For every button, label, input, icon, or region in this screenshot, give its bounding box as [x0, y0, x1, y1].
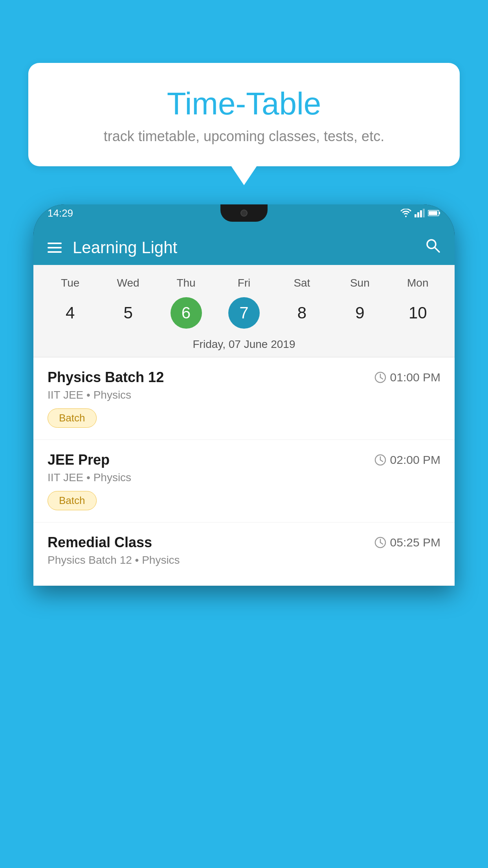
- speech-bubble-subtitle: track timetable, upcoming classes, tests…: [52, 128, 436, 145]
- app-title: Learning Light: [73, 238, 177, 257]
- day-7-selected[interactable]: 7: [228, 297, 260, 329]
- svg-rect-2: [420, 210, 422, 217]
- status-bar: 14:29: [33, 204, 455, 222]
- day-header-mon: Mon: [402, 277, 433, 289]
- svg-rect-5: [439, 212, 440, 214]
- schedule-item-3[interactable]: Remedial Class 05:25 PM Physics Batch 12…: [33, 522, 455, 586]
- schedule-list: Physics Batch 12 01:00 PM IIT JEE • Phys…: [33, 357, 455, 586]
- day-header-sat: Sat: [286, 277, 317, 289]
- day-9[interactable]: 9: [344, 297, 376, 329]
- svg-rect-6: [429, 211, 437, 215]
- schedule-item-3-header: Remedial Class 05:25 PM: [48, 534, 440, 551]
- schedule-item-1-badge: Batch: [48, 408, 97, 428]
- speech-bubble: Time-Table track timetable, upcoming cla…: [28, 63, 460, 166]
- day-header-tue: Tue: [55, 277, 86, 289]
- day-header-sun: Sun: [344, 277, 376, 289]
- clock-icon-1: [374, 371, 386, 383]
- search-button[interactable]: [425, 237, 440, 257]
- schedule-item-3-title: Remedial Class: [48, 534, 152, 551]
- camera-notch: [240, 210, 248, 217]
- day-5[interactable]: 5: [112, 297, 144, 329]
- selected-date-label: Friday, 07 June 2019: [33, 335, 455, 357]
- schedule-item-2[interactable]: JEE Prep 02:00 PM IIT JEE • Physics Batc…: [33, 440, 455, 522]
- svg-line-14: [380, 460, 383, 462]
- status-icons: [400, 209, 440, 217]
- schedule-item-1-subtitle: IIT JEE • Physics: [48, 389, 440, 401]
- svg-line-8: [435, 247, 439, 252]
- schedule-item-2-subtitle: IIT JEE • Physics: [48, 471, 440, 484]
- speech-bubble-title: Time-Table: [52, 86, 436, 121]
- schedule-item-3-time-text: 05:25 PM: [390, 536, 440, 549]
- battery-icon: [428, 210, 440, 217]
- schedule-item-1[interactable]: Physics Batch 12 01:00 PM IIT JEE • Phys…: [33, 357, 455, 440]
- day-10[interactable]: 10: [402, 297, 433, 329]
- svg-rect-0: [415, 214, 416, 217]
- day-numbers: 4 5 6 7 8 9 10: [33, 293, 455, 335]
- svg-line-11: [380, 377, 383, 379]
- phone-mockup: 14:29: [33, 204, 455, 586]
- schedule-item-2-time-text: 02:00 PM: [390, 453, 440, 467]
- schedule-item-3-time: 05:25 PM: [374, 536, 440, 549]
- clock-icon-2: [374, 454, 386, 466]
- day-headers: Tue Wed Thu Fri Sat Sun Mon: [33, 273, 455, 293]
- day-header-fri: Fri: [228, 277, 260, 289]
- schedule-item-1-time-text: 01:00 PM: [390, 371, 440, 384]
- schedule-item-1-header: Physics Batch 12 01:00 PM: [48, 369, 440, 386]
- schedule-item-2-time: 02:00 PM: [374, 453, 440, 467]
- speech-bubble-container: Time-Table track timetable, upcoming cla…: [28, 63, 460, 166]
- schedule-item-2-header: JEE Prep 02:00 PM: [48, 452, 440, 468]
- hamburger-menu-icon[interactable]: [48, 243, 62, 253]
- day-8[interactable]: 8: [286, 297, 317, 329]
- svg-rect-3: [423, 209, 425, 217]
- day-6-today[interactable]: 6: [171, 297, 202, 329]
- day-header-wed: Wed: [112, 277, 144, 289]
- phone-wrapper: 14:29: [33, 204, 455, 868]
- svg-rect-1: [417, 212, 419, 217]
- app-bar: Learning Light: [33, 222, 455, 265]
- day-header-thu: Thu: [171, 277, 202, 289]
- clock-icon-3: [374, 537, 386, 548]
- status-time: 14:29: [48, 207, 73, 219]
- signal-icon: [415, 209, 425, 217]
- notch: [220, 204, 268, 222]
- schedule-item-1-time: 01:00 PM: [374, 371, 440, 384]
- wifi-icon: [400, 209, 411, 217]
- schedule-item-1-title: Physics Batch 12: [48, 369, 164, 386]
- svg-line-17: [380, 542, 383, 544]
- day-4[interactable]: 4: [55, 297, 86, 329]
- schedule-item-3-subtitle: Physics Batch 12 • Physics: [48, 554, 440, 566]
- schedule-item-2-badge: Batch: [48, 491, 97, 510]
- app-bar-left: Learning Light: [48, 238, 177, 257]
- schedule-item-2-title: JEE Prep: [48, 452, 110, 468]
- calendar-section: Tue Wed Thu Fri Sat Sun Mon 4 5 6 7 8 9 …: [33, 265, 455, 357]
